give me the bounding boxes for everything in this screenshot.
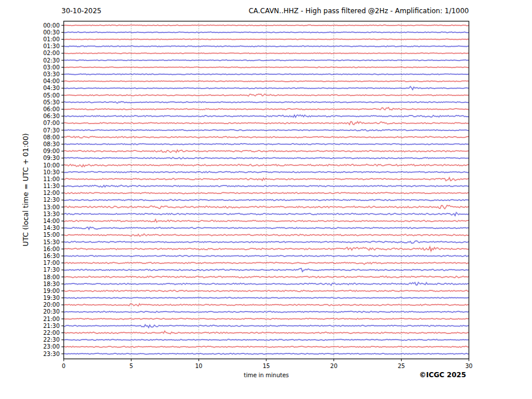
y-tick-label: 05:30 — [43, 99, 60, 105]
y-tick-label: 08:30 — [43, 141, 60, 147]
x-tick-label: 25 — [398, 363, 405, 369]
y-tick-label: 07:30 — [43, 127, 60, 134]
y-tick-label: 06:30 — [43, 113, 60, 119]
seismogram-plot: 00:0000:3001:0001:3002:0002:3003:0003:30… — [0, 0, 532, 399]
y-tick-label: 18:30 — [43, 281, 60, 287]
y-tick-label: 04:00 — [43, 78, 60, 84]
x-tick-label: 15 — [263, 363, 270, 369]
y-tick-label: 22:00 — [43, 330, 60, 336]
y-tick-label: 21:30 — [43, 323, 60, 329]
y-tick-label: 13:30 — [43, 211, 60, 217]
y-tick-label: 22:30 — [43, 337, 60, 343]
x-axis-title: time in minutes — [64, 372, 469, 378]
y-tick-label: 13:00 — [43, 204, 60, 210]
x-tick-label: 5 — [129, 363, 133, 369]
y-tick-label: 11:00 — [43, 176, 60, 182]
y-tick-label: 07:00 — [43, 120, 60, 126]
y-tick-label: 01:00 — [43, 36, 60, 42]
x-tick-label: 30 — [465, 363, 473, 369]
y-tick-label: 01:30 — [43, 43, 60, 49]
y-tick-label: 12:00 — [43, 190, 60, 196]
y-tick-label: 23:30 — [43, 351, 60, 357]
y-tick-label: 09:00 — [43, 148, 60, 154]
y-tick-label: 23:00 — [43, 343, 60, 350]
y-tick-label: 19:30 — [43, 295, 60, 301]
trace-halo-21:30 — [64, 324, 469, 327]
y-tick-label: 06:00 — [43, 106, 60, 112]
y-tick-label: 03:30 — [43, 71, 60, 77]
trace-22:00 — [64, 331, 469, 334]
helicorder-figure: 30-10-2025 CA.CAVN..HHZ - High pass filt… — [0, 0, 532, 399]
y-tick-label: 16:00 — [43, 246, 60, 252]
y-tick-label: 16:30 — [43, 253, 60, 259]
y-tick-label: 20:00 — [43, 302, 60, 308]
copyright-credit: ©ICGC 2025 — [419, 371, 466, 379]
y-tick-label: 02:00 — [43, 50, 60, 56]
y-tick-label: 15:30 — [43, 239, 60, 245]
y-tick-label: 14:00 — [43, 218, 60, 224]
y-tick-label: 03:00 — [43, 64, 60, 71]
x-tick-label: 20 — [330, 363, 337, 369]
y-tick-label: 00:00 — [43, 22, 60, 29]
trace-17:30 — [64, 268, 469, 272]
y-tick-label: 17:30 — [43, 267, 60, 273]
y-tick-label: 21:00 — [43, 316, 60, 322]
y-tick-label: 10:30 — [43, 169, 60, 175]
y-tick-label: 18:00 — [43, 274, 60, 280]
y-tick-label: 04:30 — [43, 85, 60, 91]
y-tick-label: 20:30 — [43, 308, 60, 315]
x-tick-label: 0 — [62, 363, 65, 369]
y-tick-label: 11:30 — [43, 183, 60, 189]
y-tick-label: 15:00 — [43, 232, 60, 238]
y-tick-label: 09:30 — [43, 155, 60, 161]
y-tick-label: 19:00 — [43, 288, 60, 294]
y-tick-label: 12:30 — [43, 197, 60, 203]
y-tick-label: 17:00 — [43, 260, 60, 266]
y-tick-label: 14:30 — [43, 225, 60, 231]
y-tick-label: 10:00 — [43, 162, 60, 169]
y-tick-label: 05:00 — [43, 92, 60, 99]
y-tick-label: 02:30 — [43, 57, 60, 64]
x-tick-label: 10 — [195, 363, 203, 369]
y-tick-label: 08:00 — [43, 134, 60, 140]
y-tick-label: 00:30 — [43, 29, 60, 36]
